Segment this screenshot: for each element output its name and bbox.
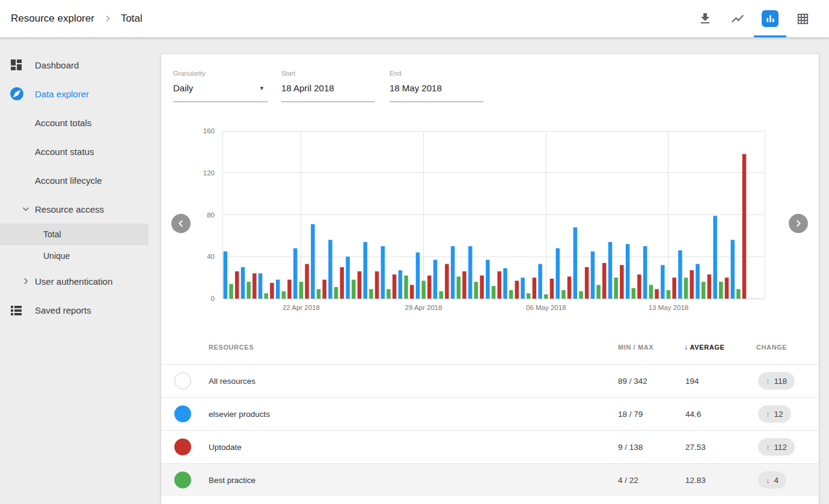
- bar[interactable]: [579, 291, 583, 299]
- breadcrumb-title[interactable]: Resource explorer: [11, 13, 94, 25]
- bar[interactable]: [661, 265, 665, 299]
- bar[interactable]: [544, 294, 548, 299]
- bar[interactable]: [305, 264, 308, 299]
- bar[interactable]: [358, 272, 362, 299]
- bar[interactable]: [684, 278, 688, 299]
- bar[interactable]: [561, 290, 566, 299]
- bar[interactable]: [480, 276, 484, 299]
- bar[interactable]: [468, 246, 473, 299]
- download-button[interactable]: [689, 0, 721, 37]
- bar[interactable]: [620, 265, 624, 299]
- sidebar-item-account-status[interactable]: Account status: [0, 137, 162, 166]
- bar[interactable]: [224, 252, 228, 299]
- sidebar-item-account-lifecycle[interactable]: Account lifecycle: [0, 166, 162, 195]
- sidebar-item-unique[interactable]: Unique: [0, 245, 162, 267]
- bar[interactable]: [719, 282, 723, 299]
- bar[interactable]: [708, 275, 712, 299]
- bar[interactable]: [515, 281, 519, 299]
- sidebar-item-account-totals[interactable]: Account totals: [0, 108, 162, 137]
- bar[interactable]: [235, 272, 239, 299]
- bar[interactable]: [334, 287, 338, 299]
- bar[interactable]: [626, 244, 630, 299]
- table-row-elsevier-products[interactable]: elsevier products18 / 7944.6↑12: [161, 397, 819, 430]
- bar[interactable]: [550, 279, 554, 299]
- bar[interactable]: [352, 280, 356, 299]
- bar[interactable]: [637, 275, 641, 299]
- bar[interactable]: [649, 285, 653, 299]
- bar[interactable]: [527, 293, 531, 299]
- bar[interactable]: [538, 264, 542, 299]
- bar[interactable]: [667, 290, 671, 299]
- bar[interactable]: [433, 260, 438, 299]
- bar[interactable]: [678, 250, 682, 299]
- table-row-best-practice[interactable]: Best practice4 / 2212.83↓4: [161, 463, 819, 496]
- bar[interactable]: [492, 286, 496, 299]
- column-header-average[interactable]: ↓AVERAGE: [684, 343, 724, 351]
- line-chart-button[interactable]: [721, 0, 754, 37]
- bar[interactable]: [287, 280, 292, 299]
- bar[interactable]: [591, 252, 595, 299]
- bar[interactable]: [474, 282, 479, 299]
- bar[interactable]: [730, 240, 735, 299]
- bar[interactable]: [363, 242, 367, 299]
- bar[interactable]: [346, 257, 350, 299]
- table-view-button[interactable]: [786, 0, 819, 37]
- bar[interactable]: [322, 280, 326, 299]
- bar[interactable]: [410, 285, 414, 299]
- sidebar-item-dashboard[interactable]: Dashboard: [0, 50, 162, 79]
- bar[interactable]: [702, 282, 706, 299]
- bar[interactable]: [276, 280, 280, 299]
- bar[interactable]: [614, 278, 617, 299]
- bar[interactable]: [457, 276, 461, 299]
- bar[interactable]: [555, 248, 560, 299]
- bar[interactable]: [497, 272, 501, 299]
- bar[interactable]: [462, 272, 467, 299]
- bar[interactable]: [399, 270, 403, 299]
- end-date-input[interactable]: 18 May 2018: [390, 82, 483, 102]
- bar[interactable]: [369, 289, 373, 299]
- bar[interactable]: [311, 224, 315, 299]
- bar[interactable]: [328, 240, 332, 299]
- bar[interactable]: [503, 268, 507, 299]
- bar[interactable]: [317, 289, 321, 299]
- bar[interactable]: [655, 289, 659, 299]
- bar[interactable]: [742, 154, 747, 299]
- bar[interactable]: [282, 291, 286, 299]
- bar[interactable]: [574, 227, 578, 299]
- bar[interactable]: [439, 291, 443, 299]
- column-header-min-max[interactable]: MIN / MAX: [618, 344, 653, 351]
- table-row-all-resources[interactable]: All resources89 / 342194↑118: [161, 364, 819, 397]
- bar[interactable]: [293, 248, 298, 299]
- column-header-change[interactable]: CHANGE: [756, 344, 787, 351]
- bar[interactable]: [229, 284, 233, 299]
- bar[interactable]: [381, 246, 385, 299]
- bar[interactable]: [451, 246, 455, 299]
- granularity-select[interactable]: Daily ▼: [173, 82, 268, 102]
- start-date-input[interactable]: 18 April 2018: [281, 82, 375, 102]
- bar[interactable]: [672, 278, 676, 299]
- bar[interactable]: [375, 272, 379, 299]
- sidebar-item-data-explorer[interactable]: Data explorer: [0, 79, 162, 108]
- bar[interactable]: [608, 242, 613, 299]
- bar[interactable]: [696, 264, 700, 299]
- sidebar-item-resource-access[interactable]: Resource access: [0, 195, 162, 223]
- bar-chart-button[interactable]: [754, 0, 786, 37]
- bar[interactable]: [713, 216, 717, 299]
- bar[interactable]: [270, 283, 274, 299]
- bar[interactable]: [241, 267, 245, 299]
- bar[interactable]: [632, 288, 636, 299]
- bar[interactable]: [602, 263, 607, 299]
- bar[interactable]: [246, 282, 251, 299]
- table-row-uptodate[interactable]: Uptodate9 / 13827.53↑112: [161, 430, 819, 463]
- bar[interactable]: [643, 246, 647, 299]
- chart-scroll-right-button[interactable]: [789, 214, 808, 233]
- bar[interactable]: [393, 275, 397, 299]
- bar[interactable]: [445, 264, 449, 299]
- bar[interactable]: [585, 267, 589, 299]
- bar[interactable]: [299, 282, 304, 299]
- bar[interactable]: [736, 289, 741, 299]
- bar[interactable]: [421, 281, 426, 299]
- bar[interactable]: [404, 276, 408, 299]
- bar[interactable]: [596, 285, 601, 299]
- bar[interactable]: [533, 278, 537, 299]
